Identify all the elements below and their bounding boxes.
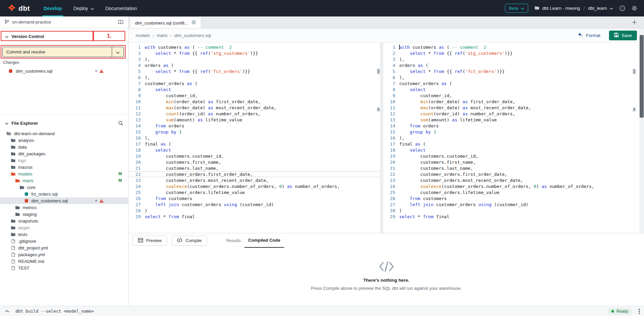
- line-number[interactable]: 1: [383, 45, 395, 50]
- line-number[interactable]: 18: [383, 148, 395, 153]
- line-number[interactable]: 12: [383, 111, 395, 116]
- nav-deploy[interactable]: Deploy: [68, 0, 100, 16]
- scrollbar-mark[interactable]: [633, 69, 636, 74]
- file-tree-item-metrics[interactable]: metrics: [0, 204, 128, 211]
- preview-button[interactable]: Preview: [133, 236, 167, 246]
- line-number[interactable]: 12: [129, 111, 141, 116]
- code-line-5[interactable]: 5 select * from {{ ref('fct_orders')}}: [383, 68, 639, 74]
- file-tree-item-tests[interactable]: tests: [0, 231, 128, 238]
- settings-gear-icon[interactable]: [632, 5, 637, 11]
- file-explorer-header[interactable]: File Explorer: [0, 118, 128, 128]
- file-tree-item-target[interactable]: target: [0, 224, 128, 231]
- code-line-7[interactable]: 7customer_orders as (: [129, 80, 380, 86]
- file-tree-item-.gitignore[interactable]: .gitignore: [0, 238, 128, 244]
- line-number[interactable]: 20: [129, 160, 141, 165]
- line-number[interactable]: 27: [383, 202, 395, 207]
- code-line-15[interactable]: 15 group by 1: [129, 129, 380, 135]
- editor-pane-left[interactable]: 1with customers as ( -- comment 22 selec…: [129, 42, 380, 233]
- line-number[interactable]: 10: [129, 99, 141, 104]
- scrollbar-mark[interactable]: [377, 108, 380, 111]
- line-number[interactable]: 11: [383, 105, 395, 110]
- code-line-22[interactable]: 22 customer_orders.first_order_date,: [129, 171, 380, 177]
- line-number[interactable]: 2: [129, 51, 141, 56]
- code-line-24[interactable]: 24 coalesce(customer_orders.number_of_or…: [129, 183, 380, 189]
- line-number[interactable]: 13: [129, 117, 141, 122]
- line-number[interactable]: 25: [383, 190, 395, 195]
- code-line-27[interactable]: 27 left join customer_orders using (cust…: [129, 201, 380, 207]
- line-number[interactable]: 21: [383, 166, 395, 171]
- code-line-13[interactable]: 13 sum(amount) as lifetime_value: [383, 117, 639, 123]
- code-line-29[interactable]: 29select * from final: [383, 213, 639, 220]
- line-number[interactable]: 6: [383, 75, 395, 80]
- line-number[interactable]: 26: [383, 196, 395, 201]
- code-line-6[interactable]: 6),: [383, 74, 639, 80]
- code-line-14[interactable]: 14 from orders: [129, 123, 380, 129]
- code-line-18[interactable]: 18 select: [383, 147, 639, 153]
- line-number[interactable]: 18: [129, 148, 141, 153]
- line-number[interactable]: 6: [129, 75, 141, 80]
- line-number[interactable]: 21: [129, 166, 141, 171]
- code-line-23[interactable]: 23 customer_orders.most_recent_order_dat…: [383, 177, 639, 183]
- breadcrumb-file[interactable]: dim_customers.sql: [174, 33, 211, 38]
- code-line-3[interactable]: 3),: [383, 56, 639, 62]
- line-number[interactable]: 4: [129, 63, 141, 68]
- file-tree-item-dim_customers.sql[interactable]: dim_customers.sql•: [0, 197, 128, 204]
- code-line-1[interactable]: 1with customers as ( -- comment 2: [383, 44, 639, 50]
- tab-results[interactable]: Results: [223, 233, 244, 248]
- file-tree-item-dbt_project.yml[interactable]: dbt_project.yml: [0, 244, 128, 251]
- commit-and-resolve-button[interactable]: Commit and resolve: [2, 47, 124, 57]
- line-number[interactable]: 5: [129, 69, 141, 74]
- file-tree-item-dbt-learn-on-demand[interactable]: dbt-learn-on-demand: [0, 130, 128, 137]
- code-line-9[interactable]: 9 customer_id,: [129, 92, 380, 98]
- code-line-11[interactable]: 11 max(order_date) as most_recent_order_…: [383, 105, 639, 111]
- line-number[interactable]: 17: [129, 142, 141, 147]
- save-button[interactable]: Save: [609, 31, 637, 40]
- file-tree-item-marts[interactable]: martsM: [0, 177, 128, 184]
- code-line-2[interactable]: 2 select * from {{ ref('stg_customers')}…: [129, 50, 380, 56]
- line-number[interactable]: 23: [383, 178, 395, 183]
- code-line-3[interactable]: 3),: [129, 56, 380, 62]
- code-line-12[interactable]: 12 count(order_id) as number_of_orders,: [383, 111, 639, 117]
- code-line-17[interactable]: 17final as (: [129, 141, 380, 147]
- line-number[interactable]: 15: [383, 129, 395, 134]
- file-tree-item-snapshots[interactable]: snapshots: [0, 218, 128, 224]
- line-number[interactable]: 3: [383, 57, 395, 62]
- code-line-16[interactable]: 16),: [383, 135, 639, 141]
- kebab-menu-icon[interactable]: [639, 309, 640, 314]
- code-line-5[interactable]: 5 select * from {{ ref('fct_orders')}}: [129, 68, 380, 74]
- code-line-2[interactable]: 2 select * from {{ ref('stg_customers')}…: [383, 50, 639, 56]
- code-line-26[interactable]: 26 from customers: [129, 195, 380, 201]
- line-number[interactable]: 3: [129, 57, 141, 62]
- line-number[interactable]: 9: [383, 93, 395, 98]
- commit-dropdown-caret[interactable]: [112, 47, 124, 57]
- code-line-8[interactable]: 8 select: [129, 86, 380, 92]
- editor-split-divider[interactable]: [380, 42, 383, 233]
- code-line-19[interactable]: 19 customers.customer_id,: [383, 153, 639, 159]
- line-number[interactable]: 13: [383, 117, 395, 122]
- beta-toggle[interactable]: Beta: [505, 4, 529, 13]
- code-line-24[interactable]: 24 coalesce(customer_orders.number_of_or…: [383, 183, 639, 189]
- file-tree-item-TEST[interactable]: TEST: [0, 265, 128, 271]
- editor-pane-right[interactable]: 1with customers as ( -- comment 22 selec…: [383, 42, 639, 233]
- file-tree-item-dbt_packages[interactable]: dbt_packages: [0, 150, 128, 157]
- line-number[interactable]: 8: [383, 87, 395, 92]
- version-control-header[interactable]: Version Control: [2, 32, 44, 41]
- line-number[interactable]: 10: [383, 99, 395, 104]
- code-line-28[interactable]: 28): [383, 207, 639, 213]
- project-switcher[interactable]: dbt Learn - mwong / dbt_learn: [535, 6, 613, 11]
- code-line-26[interactable]: 26 from customers: [383, 195, 639, 201]
- code-line-12[interactable]: 12 count(order_id) as number_of_orders,: [129, 111, 380, 117]
- line-number[interactable]: 24: [129, 184, 141, 189]
- code-line-17[interactable]: 17final as (: [383, 141, 639, 147]
- nav-documentation[interactable]: Documentation: [100, 0, 143, 16]
- code-line-16[interactable]: 16),: [129, 135, 380, 141]
- line-number[interactable]: 24: [383, 184, 395, 189]
- line-number[interactable]: 28: [383, 208, 395, 213]
- compile-button[interactable]: Compile: [171, 236, 207, 246]
- code-line-10[interactable]: 10 min(order_date) as first_order_date,: [383, 98, 639, 105]
- file-tree-item-core[interactable]: core: [0, 184, 128, 191]
- line-number[interactable]: 29: [129, 214, 141, 219]
- line-number[interactable]: 29: [383, 214, 395, 219]
- code-line-28[interactable]: 28): [129, 207, 380, 213]
- line-number[interactable]: 15: [129, 129, 141, 134]
